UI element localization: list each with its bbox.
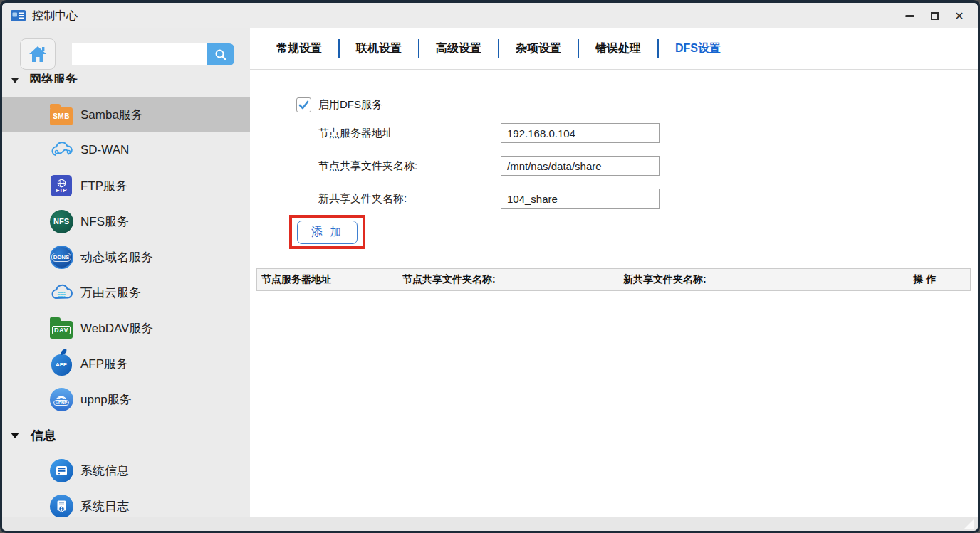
add-button[interactable]: 添 加 xyxy=(297,221,358,244)
col-actions: 操 作 xyxy=(880,273,970,286)
search-input[interactable] xyxy=(72,43,207,65)
ddns-icon: DDNS xyxy=(49,245,73,269)
sidebar-search xyxy=(72,43,234,65)
tab-online[interactable]: 联机设置 xyxy=(340,41,418,56)
sidebar-item-system-info[interactable]: 系统信息 xyxy=(2,453,250,487)
titlebar: 控制中心 ✕ xyxy=(2,3,978,28)
new-shared-folder-input[interactable] xyxy=(501,189,660,209)
sidebar-item-samba[interactable]: SMB Samba服务 xyxy=(2,97,250,132)
search-button[interactable] xyxy=(207,43,234,65)
tab-advanced[interactable]: 高级设置 xyxy=(419,41,498,56)
section-info[interactable]: 信息 xyxy=(2,421,250,450)
upnp-icon: UPNP xyxy=(49,387,73,411)
section-network-services-clipped[interactable]: 网络服务 xyxy=(2,72,173,83)
checkmark-icon xyxy=(298,100,309,110)
window-title: 控制中心 xyxy=(32,9,78,23)
col-new-shared-folder: 新共享文件夹名称: xyxy=(623,273,880,286)
node-server-address-input[interactable] xyxy=(501,123,660,143)
sidebar-item-afp[interactable]: AFP AFP服务 xyxy=(2,347,250,381)
main-panel: 常规设置 联机设置 高级设置 杂项设置 错误处理 DFS设置 xyxy=(250,28,978,517)
sidebar: 网络服务 SMB Samba服务 xyxy=(2,28,250,517)
tab-dfs-settings[interactable]: DFS设置 xyxy=(659,41,737,56)
new-shared-folder-label: 新共享文件夹名称: xyxy=(318,192,501,206)
sidebar-item-sdwan[interactable]: SD-WAN xyxy=(2,133,250,167)
close-button[interactable]: ✕ xyxy=(954,10,965,21)
sidebar-item-ftp[interactable]: FTP FTP服务 xyxy=(2,169,250,203)
search-icon xyxy=(214,48,227,61)
settings-tabs: 常规设置 联机设置 高级设置 杂项设置 错误处理 DFS设置 xyxy=(260,35,737,62)
sidebar-item-webdav[interactable]: DAV WebDAV服务 xyxy=(2,311,250,345)
tab-error-handling[interactable]: 错误处理 xyxy=(579,41,657,56)
sidebar-item-upnp[interactable]: UPNP upnp服务 xyxy=(2,382,250,416)
sidebar-item-ddns[interactable]: DDNS 动态域名服务 xyxy=(2,240,250,274)
home-button[interactable] xyxy=(20,38,56,70)
node-shared-folder-input[interactable] xyxy=(501,156,660,176)
dfs-table-header: 节点服务器地址 节点共享文件夹名称: 新共享文件夹名称: 操 作 xyxy=(256,268,971,291)
nfs-icon: NFS xyxy=(49,209,73,233)
sidebar-item-wanyou-cloud[interactable]: 万由云服务 xyxy=(2,275,250,310)
system-log-icon xyxy=(49,494,73,517)
resize-grip[interactable] xyxy=(964,519,974,529)
sdwan-cloud-icon xyxy=(49,138,73,162)
tabs-divider xyxy=(250,69,978,70)
cloud-service-icon xyxy=(49,280,73,305)
sidebar-item-system-log[interactable]: 系统日志 xyxy=(2,489,250,517)
col-node-server-address: 节点服务器地址 xyxy=(257,273,402,286)
maximize-button[interactable] xyxy=(929,10,940,21)
expand-triangle-icon xyxy=(11,433,19,438)
tab-misc[interactable]: 杂项设置 xyxy=(499,41,578,56)
enable-dfs-label: 启用DFS服务 xyxy=(318,98,382,112)
enable-dfs-checkbox[interactable] xyxy=(296,97,311,112)
webdav-folder-icon: DAV xyxy=(49,316,73,340)
status-bar xyxy=(2,517,978,531)
node-server-address-label: 节点服务器地址 xyxy=(318,127,501,140)
sidebar-item-nfs[interactable]: NFS NFS服务 xyxy=(2,204,250,238)
afp-apple-icon: AFP xyxy=(49,352,73,376)
node-shared-folder-label: 节点共享文件夹名称: xyxy=(318,159,501,173)
minimize-button[interactable] xyxy=(904,10,915,21)
home-icon xyxy=(28,45,48,63)
add-button-highlight: 添 加 xyxy=(289,215,365,249)
app-icon xyxy=(11,10,26,21)
smb-folder-icon: SMB xyxy=(49,102,73,127)
tab-general[interactable]: 常规设置 xyxy=(260,41,338,56)
control-center-window: 控制中心 ✕ xyxy=(0,0,980,533)
col-node-shared-folder: 节点共享文件夹名称: xyxy=(402,273,623,286)
collapse-triangle-icon xyxy=(11,78,19,83)
system-info-icon xyxy=(49,458,73,482)
ftp-icon: FTP xyxy=(49,174,73,198)
